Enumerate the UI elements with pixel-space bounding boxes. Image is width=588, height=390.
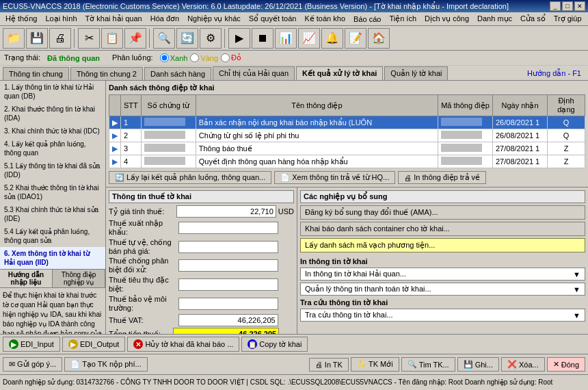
btn-copy[interactable]: 📋 Copy tờ khai xyxy=(241,337,308,352)
toolbar-btn-1[interactable]: 📁 xyxy=(3,28,25,49)
help-link[interactable]: Hướng dẫn - F1 xyxy=(523,67,585,80)
toolbar-btn-11[interactable]: ⏹ xyxy=(252,28,273,49)
menu-item-3[interactable]: Hóa đơn xyxy=(146,13,183,25)
tax-input-0[interactable] xyxy=(176,205,276,218)
sidebar-tab-thong-diep[interactable]: Thông điệp nghiệp vụ xyxy=(53,270,105,287)
toolbar-btn-13[interactable]: 📈 xyxy=(298,28,320,49)
tab-thong-tin-chung-2[interactable]: Thông tin chung 2 xyxy=(70,67,143,80)
tax-input-2[interactable] xyxy=(178,241,278,253)
btn-dong[interactable]: ✕ Đóng xyxy=(547,357,585,372)
radio-xanh[interactable]: Xanh xyxy=(160,53,188,62)
tax-label-2: Thuế tự vệ, chống bán phá giá: xyxy=(109,238,178,255)
table-row[interactable]: ▶ 1 Bản xác nhận nội dung khai báo nhập … xyxy=(109,116,585,129)
radio-do-input[interactable] xyxy=(221,53,230,62)
tax-row-4: Thuế tiêu thụ đặc biệt: xyxy=(109,276,294,294)
btn-tim-tk[interactable]: 🔍 Tim TK... xyxy=(401,357,455,372)
close-button[interactable]: ✕ xyxy=(574,1,585,11)
toolbar-btn-16[interactable]: 🏠 xyxy=(368,28,390,49)
tab-ket-qua[interactable]: Kết quả xử lý tờ khai xyxy=(296,66,383,80)
btn-extra-2[interactable]: Khai báo danh sách container cho tờ khai… xyxy=(300,222,585,236)
sidebar-item-7[interactable]: 5.3 Khai chính thức tờ khai sửa (IDE) xyxy=(0,203,105,225)
toolbar-btn-2[interactable]: 💾 xyxy=(26,28,48,49)
toolbar-btn-4[interactable]: ✂ xyxy=(78,28,100,49)
btn-in[interactable]: 🖨 In thông điệp trả về xyxy=(398,171,486,184)
btn-huy[interactable]: ✕ Hủy tờ khai đã khai báo ... xyxy=(127,337,239,352)
btn-extra-3[interactable]: Lấy danh sách mã vạch phương tiện... xyxy=(300,238,585,252)
btn-ghi[interactable]: 💾 Ghi... xyxy=(457,357,499,372)
radio-vang[interactable]: Vàng xyxy=(190,53,218,62)
sidebar-item-3[interactable]: 3. Khai chính thức tờ khai (IDC) xyxy=(0,125,105,138)
tab-thong-tin-chung[interactable]: Thông tin chung xyxy=(3,67,69,80)
btn-edi-input[interactable]: ▶ EDI_Input xyxy=(3,337,60,352)
sidebar-item-4[interactable]: 4. Lấy kết quả phân luồng, thông quan xyxy=(0,138,105,159)
col-header-stt: STT xyxy=(121,95,142,116)
toolbar-btn-14[interactable]: 🔔 xyxy=(321,28,343,49)
sidebar-item-6[interactable]: 5.2 Khai thước thông tin tờ khai sửa (ID… xyxy=(0,181,105,203)
tao-icon: 📄 xyxy=(70,360,80,369)
menu-item-5[interactable]: Sổ quyết toán xyxy=(245,13,301,25)
menu-item-12[interactable]: Trợ giúp xyxy=(550,13,586,25)
tax-input-3[interactable] xyxy=(178,259,278,272)
menu-item-10[interactable]: Danh mục xyxy=(473,13,516,25)
btn-extra-1[interactable]: Đăng ký bổ sung thay đổi thuế (AMA)... xyxy=(300,205,585,220)
toolbar-btn-10[interactable]: ▶ xyxy=(228,28,250,49)
sidebar-item-2[interactable]: 2. Khai thước thông tin tờ khai (IDA) xyxy=(0,103,105,125)
tab-chi-thi[interactable]: Chỉ thị của Hải quan xyxy=(213,66,295,80)
table-row[interactable]: ▶ 2 Chứng từ ghi số lệ phí phi thu 26/08… xyxy=(109,129,585,142)
maximize-button[interactable]: □ xyxy=(562,1,573,11)
btn-xoa[interactable]: ❌ Xóa... xyxy=(501,357,545,372)
menu-item-4[interactable]: Nghiệp vụ khác xyxy=(183,13,245,25)
sidebar-item-8[interactable]: 5.4 Lấy kết quả phân luồng, thông quan s… xyxy=(0,225,105,247)
tab-danh-sach-hang[interactable]: Danh sách hàng xyxy=(144,67,211,80)
menu-item-11[interactable]: Cửa sổ xyxy=(516,13,550,25)
sidebar-item-9[interactable]: 6. Xem thông tin tờ khai từ Hải quan (II… xyxy=(0,247,105,269)
btn-xem-thong-tin[interactable]: 📄 Xem thông tin trả về từ HQ... xyxy=(274,171,395,184)
minimize-button[interactable]: _ xyxy=(550,1,561,11)
menu-item-8[interactable]: Tiện ích xyxy=(385,13,420,25)
tax-label-1: Thuế xuất nhập khẩu: xyxy=(109,219,178,237)
tax-row-3: Thuế chống phân biệt đối xử: xyxy=(109,257,294,274)
radio-xanh-input[interactable] xyxy=(160,53,169,62)
toolbar-btn-7[interactable]: 🔍 xyxy=(153,28,175,49)
menu-item-2[interactable]: Tờ khai hải quan xyxy=(81,13,146,25)
table-row[interactable]: ▶ 4 Quyết định thông quan hàng hóa nhập … xyxy=(109,155,585,168)
toolbar-btn-3[interactable]: 🖨 xyxy=(49,28,71,49)
toolbar-btn-15[interactable]: 📝 xyxy=(345,28,366,49)
row-so-chung-tu xyxy=(141,129,196,142)
tax-input-5[interactable] xyxy=(178,298,278,310)
btn-edi-output[interactable]: ▶ EDI_Output xyxy=(62,337,125,352)
radio-vang-input[interactable] xyxy=(190,53,199,62)
dropdown-in-1[interactable]: In thông tin tờ khai Hải quan... ▼ xyxy=(300,268,585,281)
toolbar-btn-5[interactable]: 📋 xyxy=(101,28,123,49)
btn-tk-moi[interactable]: ✨ TK Mới xyxy=(351,357,399,372)
table-row[interactable]: ▶ 3 Thông báo thuế 27/08/2021 1 Z xyxy=(109,142,585,155)
tab-quan-ly[interactable]: Quản lý tờ khai xyxy=(384,66,448,80)
toolbar-btn-9[interactable]: ⚙ xyxy=(200,28,222,49)
toolbar-btn-6[interactable]: 📌 xyxy=(124,28,146,49)
tax-input-7[interactable] xyxy=(173,328,279,334)
btn-in-tk[interactable]: 🖨 In TK xyxy=(309,358,349,372)
edi-input-icon: ▶ xyxy=(9,339,18,349)
toolbar-btn-8[interactable]: 🔄 xyxy=(176,28,198,49)
sidebar-tab-huong-dan[interactable]: Hướng dẫn nhập liệu xyxy=(0,270,53,287)
dropdown-in-2[interactable]: Quản lý thông tin thanh toán tờ khai... … xyxy=(300,283,585,296)
menu-item-1[interactable]: Loại hình xyxy=(41,13,81,25)
row-so-chung-tu xyxy=(141,142,196,155)
sidebar-item-5[interactable]: 5.1 Lấy thông tin tờ khai đã sửa (IDD) xyxy=(0,159,105,181)
menu-item-0[interactable]: Hệ thống xyxy=(1,13,41,25)
btn-lay-lai[interactable]: 🔄 Lấy lại kết quả phân luồng, thông quan… xyxy=(109,171,271,184)
tax-input-1[interactable] xyxy=(178,222,278,234)
btn-gui-gop[interactable]: ✉ Gửi góp ý... xyxy=(3,357,62,372)
dropdown-tra-cuu[interactable]: Tra cứu thông tin tờ khai... ▼ xyxy=(300,309,585,322)
tax-input-4[interactable] xyxy=(178,278,278,291)
menu-item-7[interactable]: Báo cáo xyxy=(349,14,385,25)
toolbar-btn-12[interactable]: 📊 xyxy=(275,28,297,49)
menu-item-6[interactable]: Kế toán kho xyxy=(300,13,349,25)
row-dinh-dang: Z xyxy=(548,155,585,168)
btn-tao-tk[interactable]: 📄 Tạo TK nộp phí... xyxy=(64,357,148,372)
radio-do[interactable]: Đỏ xyxy=(221,53,241,62)
sidebar-item-1[interactable]: 1. Lấy thông tin tờ khai từ Hải quan (DB… xyxy=(0,81,105,103)
left-sidebar: 1. Lấy thông tin tờ khai từ Hải quan (DB… xyxy=(0,81,106,334)
tax-input-6[interactable] xyxy=(178,314,278,326)
menu-item-9[interactable]: Dịch vụ công xyxy=(420,13,473,25)
